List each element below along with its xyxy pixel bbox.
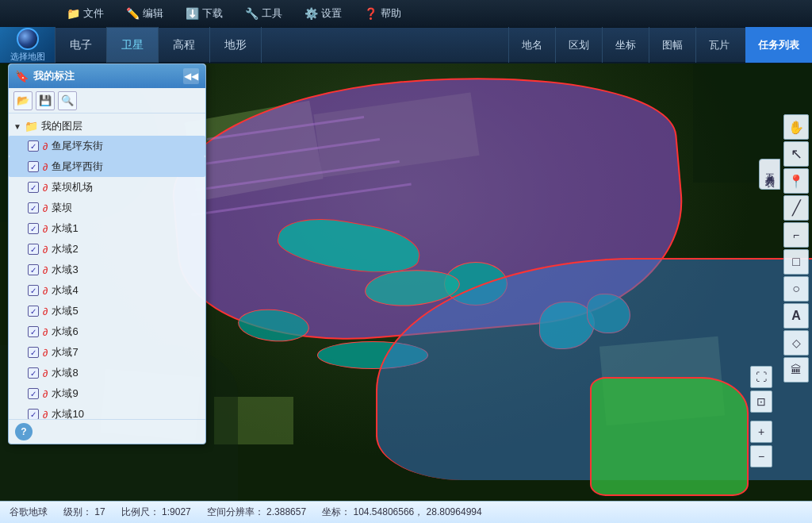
- layer-name-water6: 水域6: [52, 325, 78, 339]
- tab-placename[interactable]: 地名: [508, 27, 555, 63]
- drawing-tools-panel: ✋ ↖ 📍 ╱ ⌐ □ ○ A ◇ 🏛: [780, 111, 812, 492]
- layer-checkbox-water3[interactable]: ✓: [28, 264, 39, 275]
- layer-name-water5: 水域5: [52, 304, 78, 318]
- tab-coordinate[interactable]: 坐标: [602, 27, 649, 63]
- menu-settings[interactable]: ⚙️ 设置: [293, 0, 353, 28]
- layer-checkbox-water6[interactable]: ✓: [28, 326, 39, 337]
- tab-elevation[interactable]: 高程: [159, 27, 210, 63]
- save-button[interactable]: 💾: [36, 91, 55, 110]
- layer-item-water7[interactable]: ✓∂水域7: [9, 342, 205, 363]
- layer-name-yuweiping_west: 鱼尾坪西街: [52, 160, 103, 174]
- layer-item-water10[interactable]: ✓∂水域10: [9, 404, 205, 419]
- layer-item-water1[interactable]: ✓∂水域1: [9, 218, 205, 239]
- status-bar: 谷歌地球 级别： 17 比例尺： 1:9027 空间分辨率： 2.388657 …: [0, 501, 812, 523]
- search-button[interactable]: 🔍: [58, 91, 77, 110]
- tool-stamp[interactable]: 🏛: [783, 357, 809, 383]
- file-icon: 📁: [67, 7, 80, 20]
- layer-checkbox-water5[interactable]: ✓: [28, 306, 39, 317]
- layer-checkbox-water4[interactable]: ✓: [28, 285, 39, 296]
- layer-item-water9[interactable]: ✓∂水域9: [9, 383, 205, 404]
- zoom-in-button[interactable]: +: [750, 421, 772, 443]
- tool-select[interactable]: ↖: [783, 141, 809, 167]
- panel-collapse-button[interactable]: ◀◀: [183, 68, 199, 84]
- tool-pan[interactable]: ✋: [783, 114, 809, 140]
- layer-item-water2[interactable]: ✓∂水域2: [9, 239, 205, 260]
- edit-icon: ✏️: [126, 7, 140, 20]
- tab-mapframe[interactable]: 图幅: [649, 27, 695, 63]
- shrink-button[interactable]: ⊡: [750, 390, 772, 413]
- tool-polyline[interactable]: ⌐: [783, 222, 809, 248]
- tab-satellite[interactable]: 卫星: [107, 27, 159, 63]
- layer-draw-icon-caiba: ∂: [43, 202, 48, 214]
- layer-item-water5[interactable]: ✓∂水域5: [9, 301, 205, 321]
- layer-draw-icon-caiba_airport: ∂: [43, 182, 48, 194]
- layer-item-water3[interactable]: ✓∂水域3: [9, 260, 205, 280]
- layer-name-water1: 水域1: [52, 221, 78, 236]
- layer-items-container: ✓∂鱼尾坪东街✓∂鱼尾坪西街✓∂菜坝机场✓∂菜坝✓∂水域1✓∂水域2✓∂水域3✓…: [9, 136, 205, 419]
- menu-download[interactable]: ⬇️ 下载: [174, 0, 234, 28]
- tool-erase[interactable]: ◇: [783, 330, 809, 356]
- menu-tools[interactable]: 🔧 工具: [234, 0, 293, 28]
- layer-checkbox-water2[interactable]: ✓: [28, 244, 39, 255]
- tool-point[interactable]: 📍: [783, 168, 809, 194]
- tab-tile[interactable]: 瓦片: [695, 27, 742, 63]
- panel-toolbar: 📂 💾 🔍: [9, 88, 205, 113]
- layer-name-water8: 水域8: [52, 366, 78, 380]
- tool-line[interactable]: ╱: [783, 195, 809, 221]
- tab-district[interactable]: 区划: [555, 27, 602, 63]
- tab-electronic[interactable]: 电子: [56, 27, 107, 63]
- fullscreen-button[interactable]: ⛶: [750, 366, 772, 388]
- open-folder-button[interactable]: 📂: [13, 91, 33, 110]
- layer-checkbox-water7[interactable]: ✓: [28, 347, 39, 358]
- layer-checkbox-water9[interactable]: ✓: [28, 388, 39, 399]
- tool-text[interactable]: A: [783, 303, 809, 329]
- layer-checkbox-caiba[interactable]: ✓: [28, 202, 39, 213]
- layer-checkbox-water8[interactable]: ✓: [28, 367, 39, 379]
- layer-name-yuweiping_east: 鱼尾坪东街: [52, 139, 103, 153]
- tool-circle[interactable]: ○: [783, 276, 809, 302]
- layer-item-caiba_airport[interactable]: ✓∂菜坝机场: [9, 177, 205, 198]
- menu-edit[interactable]: ✏️ 编辑: [115, 0, 174, 28]
- tree-root-node[interactable]: ▼ 📁 我的图层: [9, 117, 205, 136]
- layer-item-caiba[interactable]: ✓∂菜坝: [9, 198, 205, 218]
- task-list-side-panel[interactable]: 工具列表 ◀: [759, 159, 780, 190]
- layer-name-water10: 水域10: [52, 407, 83, 419]
- layer-checkbox-yuweiping_east[interactable]: ✓: [28, 140, 39, 152]
- layer-checkbox-water1[interactable]: ✓: [28, 223, 39, 234]
- layer-checkbox-yuweiping_west[interactable]: ✓: [28, 161, 39, 172]
- task-list-button[interactable]: 任务列表: [745, 27, 812, 63]
- download-icon: ⬇️: [186, 7, 199, 20]
- layer-item-water8[interactable]: ✓∂水域8: [9, 363, 205, 383]
- layer-draw-icon-water7: ∂: [43, 347, 48, 359]
- layer-checkbox-water10[interactable]: ✓: [28, 409, 39, 419]
- markers-panel-header: 🔖 我的标注 ◀◀: [9, 64, 205, 88]
- layer-draw-icon-water10: ∂: [43, 409, 48, 420]
- help-button[interactable]: ?: [15, 423, 33, 440]
- layer-draw-icon-water6: ∂: [43, 326, 48, 338]
- tab-terrain[interactable]: 地形: [210, 27, 262, 63]
- top-menu-bar: 📁 文件 ✏️ 编辑 ⬇️ 下载 🔧 工具 ⚙️ 设置 ❓ 帮助: [0, 0, 812, 28]
- task-list-side-label: 工具列表: [763, 166, 776, 172]
- bookmark-icon: 🔖: [15, 70, 29, 83]
- map-controls: ⛶ ⊡ + −: [750, 366, 772, 467]
- globe-logo[interactable]: 选择地图: [0, 27, 56, 63]
- layer-item-yuweiping_west[interactable]: ✓∂鱼尾坪西街: [9, 156, 205, 177]
- layer-item-water6[interactable]: ✓∂水域6: [9, 321, 205, 342]
- layer-item-water4[interactable]: ✓∂水域4: [9, 280, 205, 301]
- zone-green: [590, 377, 749, 496]
- layer-tree: ▼ 📁 我的图层 ✓∂鱼尾坪东街✓∂鱼尾坪西街✓∂菜坝机场✓∂菜坝✓∂水域1✓∂…: [9, 113, 205, 419]
- layer-name-water3: 水域3: [52, 263, 78, 277]
- globe-label: 选择地图: [10, 51, 45, 63]
- tools-icon: 🔧: [245, 7, 259, 20]
- layer-item-yuweiping_east[interactable]: ✓∂鱼尾坪东街: [9, 136, 205, 156]
- tree-root-label: 我的图层: [41, 119, 82, 133]
- right-tabs: 地名 区划 坐标 图幅 瓦片 任务列表: [508, 27, 812, 63]
- layer-checkbox-caiba_airport[interactable]: ✓: [28, 182, 39, 193]
- task-list-arrow-icon: ◀: [767, 174, 773, 183]
- settings-icon: ⚙️: [304, 7, 318, 20]
- tool-rect[interactable]: □: [783, 249, 809, 275]
- menu-help[interactable]: ❓ 帮助: [353, 0, 412, 28]
- markers-panel: 🔖 我的标注 ◀◀ 📂 💾 🔍 ▼ 📁 我的图层 ✓∂鱼尾坪东街✓∂鱼尾坪西街✓…: [8, 63, 206, 444]
- menu-file[interactable]: 📁 文件: [56, 0, 115, 28]
- zoom-out-button[interactable]: −: [750, 445, 772, 467]
